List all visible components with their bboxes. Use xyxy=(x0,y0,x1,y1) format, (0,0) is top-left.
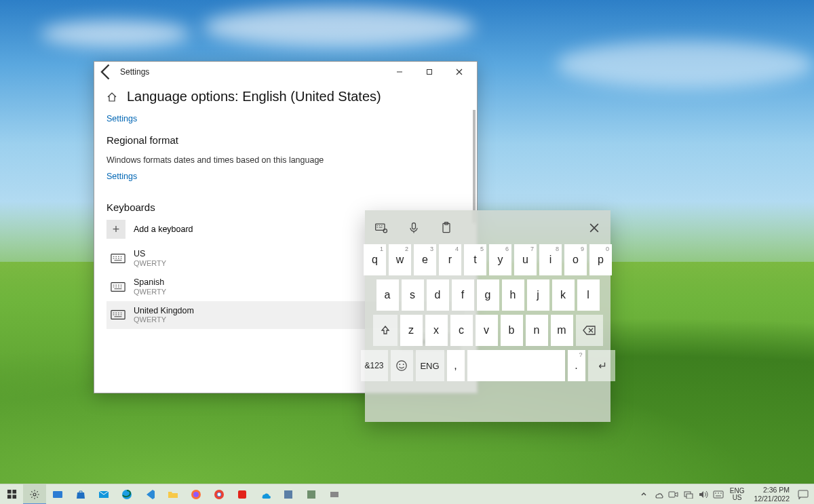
taskbar-app-store[interactable] xyxy=(69,484,92,505)
key-t[interactable]: 5t xyxy=(464,244,486,275)
svg-point-33 xyxy=(383,229,387,233)
keyboard-icon xyxy=(111,282,125,292)
page-title: Language options: English (United States… xyxy=(127,89,381,104)
key-i[interactable]: 8i xyxy=(539,244,562,275)
enter-key[interactable] xyxy=(588,350,615,381)
maximize-button[interactable] xyxy=(414,62,444,82)
emoji-key[interactable] xyxy=(391,350,413,381)
key-r[interactable]: 4r xyxy=(439,244,461,275)
taskbar-app-generic-1[interactable] xyxy=(277,484,300,505)
svg-point-50 xyxy=(33,493,36,496)
backspace-key[interactable] xyxy=(576,315,603,346)
taskbar-app-1[interactable] xyxy=(46,484,69,505)
taskbar-app-onedrive[interactable] xyxy=(254,484,277,505)
key-e[interactable]: 3e xyxy=(414,244,436,275)
taskbar-app-mail[interactable] xyxy=(92,484,115,505)
key-d[interactable]: d xyxy=(427,279,449,311)
tray-network-icon[interactable] xyxy=(681,484,696,505)
taskbar-app-firefox[interactable] xyxy=(185,484,208,505)
key-j[interactable]: j xyxy=(527,279,549,311)
key-g[interactable]: g xyxy=(477,279,499,311)
tray-onedrive-icon[interactable] xyxy=(651,484,666,505)
key-l[interactable]: l xyxy=(577,279,600,311)
svg-rect-51 xyxy=(53,491,62,498)
window-title: Settings xyxy=(120,67,149,77)
settings-link-2[interactable]: Settings xyxy=(106,172,137,181)
taskbar-app-generic-2[interactable] xyxy=(300,484,323,505)
svg-point-55 xyxy=(193,492,199,497)
language-key[interactable]: ENG xyxy=(416,350,444,381)
key-b[interactable]: b xyxy=(501,315,523,346)
taskbar-app-acrobat[interactable] xyxy=(231,484,254,505)
period-key[interactable]: ? . xyxy=(568,350,585,381)
key-c[interactable]: c xyxy=(450,315,473,346)
touch-keyboard: 1q2w3e4r5t6y7u8i9o0p asdfghjkl zxcvbnm &… xyxy=(365,210,610,422)
key-v[interactable]: v xyxy=(476,315,498,346)
svg-rect-65 xyxy=(686,494,693,499)
comma-key[interactable]: , xyxy=(447,350,465,381)
keyboard-settings-icon[interactable] xyxy=(374,221,388,235)
tray-clock[interactable]: 2:36 PM 12/21/2022 xyxy=(748,486,795,502)
tray-language-indicator[interactable]: ENG US xyxy=(726,488,749,501)
key-w[interactable]: 2w xyxy=(389,244,411,275)
settings-link-1[interactable]: Settings xyxy=(106,114,137,123)
key-h[interactable]: h xyxy=(502,279,524,311)
key-z[interactable]: z xyxy=(400,315,423,346)
svg-rect-47 xyxy=(12,490,16,494)
desktop: Settings Language options: English (Unit… xyxy=(0,0,814,504)
key-s[interactable]: s xyxy=(402,279,424,311)
home-icon[interactable] xyxy=(106,92,117,102)
svg-rect-61 xyxy=(307,490,315,499)
keyboard-layout: QWERTY xyxy=(134,315,194,324)
page-header: Language options: English (United States… xyxy=(94,82,477,110)
symbols-key[interactable]: &123 xyxy=(361,350,388,381)
tray-volume-icon[interactable] xyxy=(696,484,711,505)
taskbar-app-settings[interactable] xyxy=(23,484,46,505)
tray-touch-keyboard-icon[interactable] xyxy=(711,484,726,505)
clipboard-icon[interactable] xyxy=(440,221,453,235)
minimize-button[interactable] xyxy=(385,62,414,82)
close-keyboard-button[interactable] xyxy=(587,221,601,235)
key-q[interactable]: 1q xyxy=(364,244,386,275)
svg-rect-71 xyxy=(798,490,808,497)
key-x[interactable]: x xyxy=(425,315,448,346)
keyboard-name: Spanish xyxy=(134,278,166,288)
tray-meet-now-icon[interactable] xyxy=(666,484,681,505)
key-o[interactable]: 9o xyxy=(564,244,587,275)
start-button[interactable] xyxy=(0,484,23,505)
microphone-icon[interactable] xyxy=(407,221,421,235)
taskbar-app-vscode[interactable] xyxy=(138,484,161,505)
taskbar-app-explorer[interactable] xyxy=(161,484,185,505)
taskbar-app-chrome[interactable] xyxy=(208,484,231,505)
svg-point-43 xyxy=(397,361,406,370)
key-n[interactable]: n xyxy=(526,315,548,346)
key-k[interactable]: k xyxy=(552,279,575,311)
space-key[interactable] xyxy=(467,350,565,381)
taskbar: ENG US 2:36 PM 12/21/2022 xyxy=(0,484,814,504)
tray-overflow-icon[interactable] xyxy=(636,484,651,505)
svg-point-45 xyxy=(403,364,404,365)
svg-rect-62 xyxy=(330,492,338,497)
back-button[interactable] xyxy=(97,62,116,81)
taskbar-app-edge[interactable] xyxy=(115,484,138,505)
taskbar-app-generic-3[interactable] xyxy=(323,484,346,505)
svg-rect-46 xyxy=(7,490,11,494)
regional-format-desc: Windows formats dates and times based on… xyxy=(106,155,465,165)
regional-format-heading: Regional format xyxy=(106,134,465,146)
titlebar[interactable]: Settings xyxy=(94,62,477,82)
key-m[interactable]: m xyxy=(551,315,573,346)
key-f[interactable]: f xyxy=(452,279,474,311)
key-a[interactable]: a xyxy=(376,279,399,311)
keyboard-icon xyxy=(111,253,125,264)
shift-key[interactable] xyxy=(373,315,398,346)
svg-rect-59 xyxy=(238,490,246,499)
key-y[interactable]: 6y xyxy=(489,244,511,275)
plus-icon: + xyxy=(106,220,125,239)
svg-rect-1 xyxy=(427,70,432,75)
svg-rect-49 xyxy=(12,495,16,499)
action-center-button[interactable] xyxy=(795,484,811,505)
keyboard-layout: QWERTY xyxy=(134,259,166,267)
close-button[interactable] xyxy=(444,62,474,82)
key-u[interactable]: 7u xyxy=(514,244,537,275)
key-p[interactable]: 0p xyxy=(589,244,612,275)
